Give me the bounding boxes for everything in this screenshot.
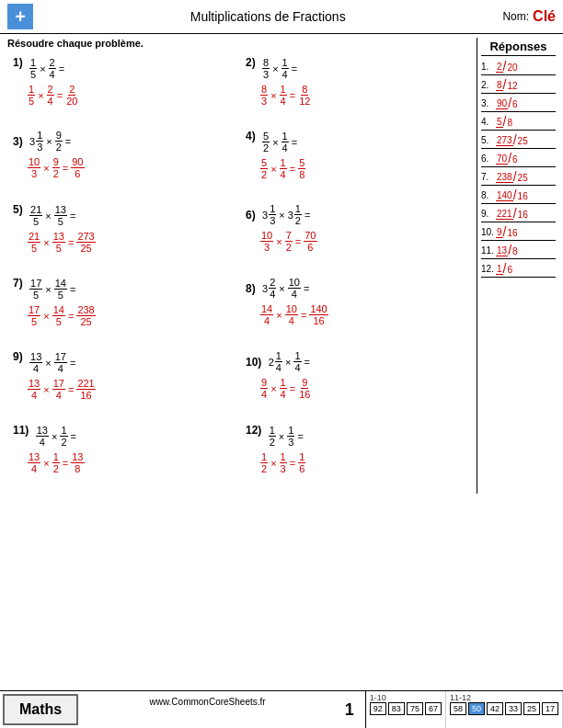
answer-item-4: 4. 5/8 xyxy=(481,115,556,131)
answer-item-6: 6. 70/6 xyxy=(481,152,556,167)
problems-area: Résoudre chaque problème. 1) 15 × 24 = 1… xyxy=(4,38,477,494)
answer-item-5: 5. 273/25 xyxy=(481,133,556,149)
problem-10: 10) 2 14 × 14 = 94 × 14 = 916 xyxy=(240,347,473,420)
problem-10-expr: 2 14 × 14 = xyxy=(269,350,310,373)
problem-11-number: 11) xyxy=(13,424,29,437)
problem-2: 2) 83 × 14 = 83 × 14 = 812 xyxy=(240,52,473,126)
problem-1-number: 1) xyxy=(13,56,23,69)
nom-label: Nom: xyxy=(502,10,529,23)
problem-4: 4) 52 × 14 = 52 × 14 = 58 xyxy=(240,126,473,199)
problem-3-number: 3) xyxy=(13,135,23,148)
footer-top: Maths www.CommonCoreSheets.fr 1 1-10 92 … xyxy=(0,691,563,728)
stats-1-10: 1-10 92 83 75 67 xyxy=(366,691,446,728)
problem-7-answer: 175 × 145 = 23825 xyxy=(28,304,235,327)
answer-item-3: 3. 90/6 xyxy=(481,97,556,112)
problem-2-answer: 83 × 14 = 812 xyxy=(260,84,467,107)
problem-6: 6) 3 13 × 3 12 = 103 × 72 xyxy=(240,199,473,273)
problem-3: 3) 3 13 × 92 = 103 × 92 = 906 xyxy=(7,126,240,199)
problem-5: 5) 215 × 135 = 215 × 135 = 27325 xyxy=(7,199,240,273)
instruction: Résoudre chaque problème. xyxy=(7,38,473,49)
answer-item-7: 7. 238/25 xyxy=(481,170,556,186)
problem-2-expr: 83 × 14 = xyxy=(262,57,297,80)
problem-9-answer: 134 × 174 = 22116 xyxy=(28,378,235,401)
problem-7: 7) 175 × 145 = 175 × 145 = 23825 xyxy=(7,273,240,347)
answer-item-9: 9. 221/16 xyxy=(481,207,556,222)
footer: Maths www.CommonCoreSheets.fr 1 1-10 92 … xyxy=(0,690,563,728)
problem-6-expr: 3 13 × 3 12 = xyxy=(262,203,310,226)
answers-title: Réponses xyxy=(481,40,556,56)
problem-1-answer: 15 × 24 = 220 xyxy=(28,84,235,107)
answer-item-10: 10. 9/16 xyxy=(481,225,556,241)
main-content: Résoudre chaque problème. 1) 15 × 24 = 1… xyxy=(0,34,563,497)
problem-8-expr: 3 24 × 104 = xyxy=(262,277,309,300)
problem-6-number: 6) xyxy=(246,209,256,222)
problem-7-number: 7) xyxy=(13,277,23,290)
problems-grid: 1) 15 × 24 = 15 × 24 = 220 2) xyxy=(7,52,473,494)
problem-8-number: 8) xyxy=(246,282,256,295)
problem-10-answer: 94 × 14 = 916 xyxy=(260,377,467,400)
page-title: Multiplications de Fractions xyxy=(33,9,502,24)
problem-8: 8) 3 24 × 104 = 144 × 104 = 14016 xyxy=(240,273,473,347)
problem-12-answer: 12 × 13 = 16 xyxy=(260,451,467,474)
problem-4-number: 4) xyxy=(246,130,256,142)
answers-column: Réponses 1. 2/20 2. 8/12 3. 90/6 4. 5/8 xyxy=(477,38,559,494)
problem-4-answer: 52 × 14 = 58 xyxy=(260,157,467,180)
problem-7-expr: 175 × 145 = xyxy=(29,278,75,301)
logo-icon xyxy=(7,4,33,29)
header: Multiplications de Fractions Nom: Clé xyxy=(0,0,563,34)
problem-4-expr: 52 × 14 = xyxy=(262,131,297,154)
footer-maths-label: Maths xyxy=(3,694,78,725)
problem-3-expr: 3 13 × 92 = xyxy=(29,130,71,153)
problem-9-number: 9) xyxy=(13,350,23,363)
problem-10-number: 10) xyxy=(246,356,261,369)
problem-5-number: 5) xyxy=(13,203,23,216)
problem-12-expr: 12 × 13 = xyxy=(269,425,304,448)
answer-item-2: 2. 8/12 xyxy=(481,78,556,94)
problem-3-answer: 103 × 92 = 906 xyxy=(28,156,235,179)
footer-website: www.CommonCoreSheets.fr xyxy=(81,691,334,728)
problem-1-expr: 15 × 24 = xyxy=(29,57,64,80)
problem-9: 9) 134 × 174 = 134 × 174 = 22116 xyxy=(7,347,240,420)
problem-11-expr: 134 × 12 = xyxy=(36,425,76,448)
problem-8-answer: 144 × 104 = 14016 xyxy=(260,303,467,326)
problem-5-answer: 215 × 135 = 27325 xyxy=(28,231,235,254)
cle-label: Clé xyxy=(533,8,556,25)
problem-5-expr: 215 × 135 = xyxy=(29,204,75,227)
stats-11-12: 11-12 58 50 42 33 25 17 xyxy=(446,691,563,728)
problem-1: 1) 15 × 24 = 15 × 24 = 220 xyxy=(7,52,240,126)
problem-12: 12) 12 × 13 = 12 × 13 = 16 xyxy=(240,420,473,494)
problem-2-number: 2) xyxy=(246,56,256,69)
problem-9-expr: 134 × 174 = xyxy=(29,351,75,374)
answer-item-1: 1. 2/20 xyxy=(481,60,556,75)
answer-item-11: 11. 13/8 xyxy=(481,244,556,259)
problem-12-number: 12) xyxy=(246,424,261,437)
problem-11-answer: 134 × 12 = 138 xyxy=(28,451,235,474)
answer-item-8: 8. 140/16 xyxy=(481,188,556,204)
problem-11: 11) 134 × 12 = 134 × 12 = 138 xyxy=(7,420,240,494)
footer-page-number: 1 xyxy=(334,691,365,728)
footer-stats: 1-10 92 83 75 67 11-12 58 50 42 33 xyxy=(365,691,563,728)
answer-item-12: 12. 1/6 xyxy=(481,262,556,278)
problem-6-answer: 103 × 72 = 706 xyxy=(260,230,467,253)
